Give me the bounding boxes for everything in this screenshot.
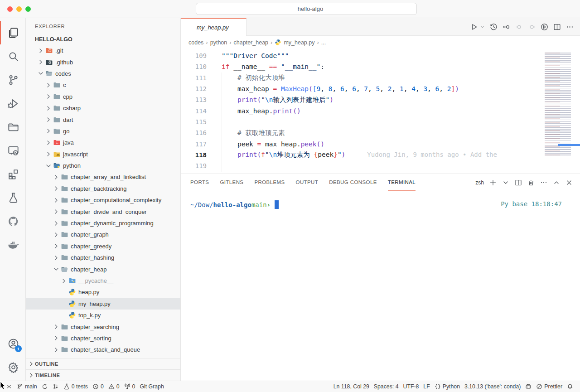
status-item-git-graph[interactable]: Git Graph — [137, 383, 166, 390]
more-icon[interactable] — [540, 179, 547, 186]
status-item-encoding[interactable]: UTF-8 — [401, 383, 421, 390]
tree-item-chapter_heap[interactable]: chapter_heap — [26, 263, 180, 275]
tree-item-chapter_stack_and_queue[interactable]: chapter_stack_and_queue — [26, 344, 180, 355]
plus-icon[interactable] — [489, 179, 497, 186]
panel-tab-gitlens[interactable]: GITLENS — [220, 174, 243, 191]
tree-item-chapter_searching[interactable]: chapter_searching — [26, 321, 180, 332]
tree-item-dart[interactable]: dart — [26, 114, 180, 125]
trash-icon[interactable] — [527, 179, 535, 186]
status-item-errors[interactable]: 0 — [90, 383, 106, 390]
tree-item-chapter_sorting[interactable]: chapter_sorting — [26, 333, 180, 344]
zoom-window-button[interactable] — [25, 6, 31, 12]
breadcrumb-python[interactable]: python — [210, 39, 227, 46]
tab-my-heap-py[interactable]: my_heap.py — [181, 18, 246, 36]
tree-root-hello-algo[interactable]: HELLO-ALGO — [26, 34, 180, 45]
activity-item-search[interactable] — [0, 44, 25, 68]
history-icon[interactable] — [490, 23, 498, 31]
activity-item-accounts[interactable]: 1 — [0, 332, 25, 355]
activity-item-settings[interactable] — [0, 355, 25, 379]
code-line-116[interactable]: 116 # 获取堆顶元素 — [181, 127, 580, 138]
activity-item-run-debug[interactable] — [0, 92, 25, 115]
panel-tab-ports[interactable]: PORTS — [190, 174, 209, 191]
panel-more-tabs-icon[interactable] — [426, 174, 433, 191]
tree-item-__pycache__[interactable]: __pycache__ — [26, 275, 180, 286]
panel-tab-output[interactable]: OUTPUT — [296, 174, 319, 191]
activity-item-testing[interactable] — [0, 186, 25, 209]
status-item-branch[interactable]: main — [14, 383, 39, 390]
status-item-language-mode[interactable]: Python — [432, 383, 462, 390]
code-line-113[interactable]: 113 print("\n输入列表并建堆后") — [181, 94, 580, 105]
run-icon[interactable] — [470, 23, 478, 31]
activity-item-folders[interactable] — [0, 115, 25, 139]
tree-item-top_k.py[interactable]: top_k.py — [26, 310, 180, 321]
tree-item-cpp[interactable]: cpp — [26, 91, 180, 102]
tree-item-chapter_array_and_linkedlist[interactable]: chapter_array_and_linkedlist — [26, 171, 180, 183]
activity-item-source-control[interactable] — [0, 68, 25, 92]
terminal[interactable]: ~/Dow/hello-algo main › Py base 18:18:47 — [181, 191, 580, 381]
sidebar-section-outline[interactable]: OUTLINE — [26, 358, 180, 369]
activity-item-remote-explorer[interactable] — [0, 139, 25, 162]
more-icon[interactable] — [566, 23, 574, 31]
open-changes-icon[interactable] — [503, 23, 510, 31]
status-item-eol[interactable]: LF — [421, 383, 432, 390]
code-line-110[interactable]: 110if __name__ == "__main__": — [181, 61, 580, 72]
panel-tab-debug-console[interactable]: DEBUG CONSOLE — [329, 174, 377, 191]
close-window-button[interactable] — [7, 6, 13, 12]
status-item-sync[interactable] — [39, 383, 50, 390]
tree-item-chapter_dynamic_programming[interactable]: chapter_dynamic_programming — [26, 218, 180, 229]
activity-item-github[interactable] — [0, 209, 25, 233]
chevron-down-icon[interactable] — [480, 24, 485, 29]
command-center-search[interactable]: hello-algo — [196, 3, 417, 15]
tree-item-chapter_hashing[interactable]: chapter_hashing — [26, 252, 180, 263]
split-editor-icon[interactable] — [515, 179, 522, 186]
status-item-python-interpreter[interactable]: 3.10.13 ('base': conda) — [462, 383, 523, 390]
tree-item-go[interactable]: go — [26, 126, 180, 137]
tree-item-codes[interactable]: codes — [26, 68, 180, 79]
tree-item-chapter_greedy[interactable]: chapter_greedy — [26, 241, 180, 252]
tree-item-.git[interactable]: .git — [26, 45, 180, 56]
status-item-warnings[interactable]: 0 — [106, 383, 122, 390]
activity-item-extensions[interactable] — [0, 162, 25, 186]
code-line-119[interactable]: 119 — [181, 160, 580, 171]
status-item-gitlens[interactable] — [50, 383, 61, 390]
tree-item-chapter_divide_and_conquer[interactable]: chapter_divide_and_conquer — [26, 206, 180, 217]
code-line-111[interactable]: 111 # 初始化大顶堆 — [181, 73, 580, 83]
tree-item-my_heap.py[interactable]: my_heap.py — [26, 298, 180, 310]
chevron-up-icon[interactable] — [553, 179, 560, 186]
forward-icon[interactable] — [180, 5, 188, 13]
graph-icon[interactable] — [541, 23, 548, 31]
status-item-prettier[interactable]: Prettier — [534, 383, 565, 390]
code-editor[interactable]: 109"""Driver Code"""110if __name__ == "_… — [181, 49, 580, 174]
tree-item-chapter_backtracking[interactable]: chapter_backtracking — [26, 183, 180, 194]
layout-sidebar-left-icon[interactable] — [525, 5, 533, 13]
tree-item-heap.py[interactable]: heap.py — [26, 286, 180, 298]
tree-item-chapter_graph[interactable]: chapter_graph — [26, 229, 180, 240]
code-line-117[interactable]: 117 peek = max_heap.peek() — [181, 138, 580, 149]
status-item-notifications[interactable] — [565, 383, 575, 390]
code-line-109[interactable]: 109"""Driver Code""" — [181, 50, 580, 61]
breadcrumb-...[interactable]: ... — [321, 39, 326, 46]
minimize-window-button[interactable] — [16, 6, 22, 12]
status-item-tests[interactable]: 0 tests — [61, 383, 90, 390]
code-line-115[interactable]: 115 — [181, 116, 580, 127]
back-icon[interactable] — [164, 5, 172, 13]
activity-item-explorer[interactable] — [0, 21, 25, 44]
layout-sidebar-right-icon[interactable] — [552, 5, 560, 13]
status-item-copilot[interactable] — [523, 383, 534, 390]
code-line-112[interactable]: 112 max_heap = MaxHeap([9, 8, 6, 6, 7, 5… — [181, 83, 580, 94]
panel-tab-problems[interactable]: PROBLEMS — [254, 174, 285, 191]
breadcrumb-my_heap.py[interactable]: my_heap.py — [284, 39, 314, 46]
sidebar-section-timeline[interactable]: TIMELINE — [26, 369, 180, 381]
close-icon[interactable] — [566, 179, 573, 186]
close-tab-icon[interactable] — [234, 24, 241, 31]
code-line-118[interactable]: 118 print(f"\n堆顶元素为 {peek}")Yudong Jin, … — [181, 150, 580, 160]
tree-item-java[interactable]: java — [26, 137, 180, 148]
status-item-ports[interactable]: 0 — [122, 383, 138, 390]
panel-tab-terminal[interactable]: TERMINAL — [388, 174, 416, 191]
tree-item-python[interactable]: python — [26, 160, 180, 171]
tree-item-chapter_computational_complexity[interactable]: chapter_computational_complexity — [26, 194, 180, 206]
tree-item-javascript[interactable]: JSjavascript — [26, 149, 180, 160]
tree-item-csharp[interactable]: csharp — [26, 102, 180, 114]
breadcrumb-chapter_heap[interactable]: chapter_heap — [234, 39, 268, 46]
status-item-indentation[interactable]: Spaces: 4 — [372, 383, 401, 390]
